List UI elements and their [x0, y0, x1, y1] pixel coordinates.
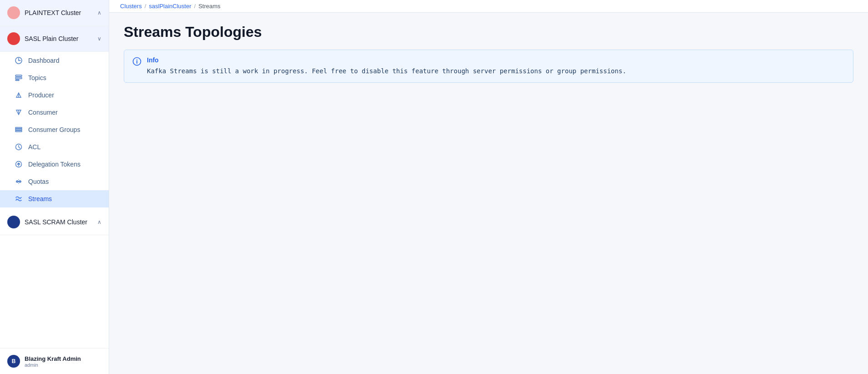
nav-section-sasl-plain: Dashboard Topics Producer	[0, 52, 109, 207]
cluster-item-sasl-scram[interactable]: SASL SCRAM Cluster ∧	[0, 209, 109, 235]
cluster-chevron-sasl-plain: ∨	[97, 35, 101, 42]
consumer-groups-icon	[15, 126, 23, 134]
consumer-icon	[15, 108, 23, 116]
cluster-name-sasl-scram: SASL SCRAM Cluster	[25, 218, 93, 226]
info-message: Kafka Streams is still a work in progres…	[147, 66, 626, 76]
cluster-item-sasl-plain[interactable]: SASL Plain Cluster ∨	[0, 26, 109, 52]
topics-icon	[15, 74, 23, 82]
breadcrumb-current: Streams	[198, 3, 220, 10]
dashboard-icon	[15, 56, 23, 65]
breadcrumb-clusters[interactable]: Clusters	[120, 3, 142, 10]
cluster-avatar-sasl-scram	[7, 216, 20, 228]
sidebar-item-streams[interactable]: Streams	[0, 190, 109, 207]
sidebar: PLAINTEXT Cluster ∧ SASL Plain Cluster ∨…	[0, 0, 109, 374]
sidebar-item-acl[interactable]: ACL	[0, 138, 109, 156]
sidebar-item-label-dashboard: Dashboard	[28, 57, 60, 64]
info-content: Info Kafka Streams is still a work in pr…	[147, 56, 626, 76]
acl-icon	[15, 143, 23, 151]
cluster-item-plaintext[interactable]: PLAINTEXT Cluster ∧	[0, 0, 109, 26]
producer-icon	[15, 91, 23, 99]
sidebar-item-label-delegation-tokens: Delegation Tokens	[28, 161, 81, 168]
info-icon	[132, 57, 141, 66]
sidebar-item-label-topics: Topics	[28, 74, 46, 81]
streams-icon	[15, 195, 23, 203]
svg-rect-10	[15, 131, 22, 132]
sidebar-item-consumer-groups[interactable]: Consumer Groups	[0, 121, 109, 138]
sidebar-item-delegation-tokens[interactable]: Delegation Tokens	[0, 156, 109, 173]
svg-rect-2	[15, 77, 22, 79]
breadcrumb-sep-2: /	[194, 3, 196, 10]
svg-rect-9	[15, 129, 22, 131]
page-title: Streams Topologies	[124, 24, 853, 40]
cluster-chevron-sasl-scram: ∧	[97, 219, 101, 225]
delegation-icon	[15, 160, 23, 168]
main-content: Clusters / saslPlainCluster / Streams St…	[109, 0, 868, 374]
sidebar-item-label-consumer: Consumer	[28, 109, 58, 116]
sidebar-item-quotas[interactable]: Quotas	[0, 173, 109, 190]
cluster-chevron-plaintext: ∧	[97, 10, 101, 16]
user-role: admin	[25, 362, 81, 368]
cluster-avatar-plaintext	[7, 6, 20, 19]
user-info: Blazing Kraft Admin admin	[25, 355, 81, 368]
info-box: Info Kafka Streams is still a work in pr…	[124, 50, 853, 83]
sidebar-item-producer[interactable]: Producer	[0, 86, 109, 104]
sidebar-item-consumer[interactable]: Consumer	[0, 104, 109, 121]
user-section: B Blazing Kraft Admin admin	[0, 348, 109, 374]
top-bar: Clusters / saslPlainCluster / Streams	[109, 0, 868, 13]
sidebar-item-dashboard[interactable]: Dashboard	[0, 52, 109, 69]
svg-rect-8	[15, 127, 22, 129]
cluster-avatar-sasl-plain	[7, 32, 20, 45]
sidebar-item-label-consumer-groups: Consumer Groups	[28, 126, 80, 133]
quotas-icon	[15, 177, 23, 186]
sidebar-item-label-quotas: Quotas	[28, 178, 49, 185]
svg-point-21	[136, 60, 137, 61]
svg-rect-3	[15, 80, 19, 81]
sidebar-item-label-acl: ACL	[28, 143, 40, 151]
cluster-name-plaintext: PLAINTEXT Cluster	[25, 9, 93, 16]
svg-rect-1	[15, 75, 22, 76]
sidebar-item-label-producer: Producer	[28, 91, 54, 99]
sidebar-item-label-streams: Streams	[28, 195, 52, 202]
content-area: Streams Topologies Info Kafka Streams is…	[109, 13, 868, 374]
user-name: Blazing Kraft Admin	[25, 355, 81, 362]
breadcrumb: Clusters / saslPlainCluster / Streams	[120, 3, 857, 12]
sidebar-item-topics[interactable]: Topics	[0, 69, 109, 86]
breadcrumb-cluster[interactable]: saslPlainCluster	[149, 3, 191, 10]
user-avatar: B	[7, 355, 20, 368]
breadcrumb-sep-1: /	[145, 3, 146, 10]
cluster-name-sasl-plain: SASL Plain Cluster	[25, 35, 93, 42]
info-label: Info	[147, 56, 626, 64]
